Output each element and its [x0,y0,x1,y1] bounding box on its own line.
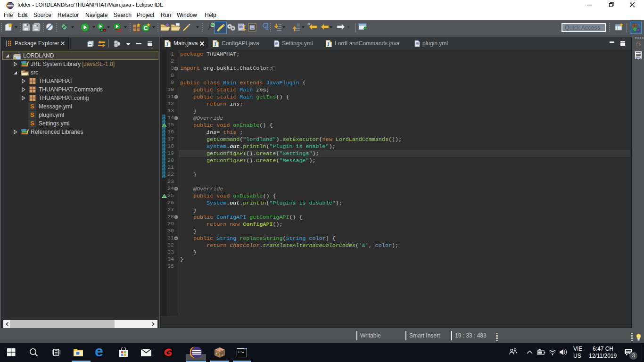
svg-text:J: J [165,41,168,48]
svg-text:C: C [144,25,148,32]
svg-text:C: C [211,24,214,27]
svg-text:J: J [214,41,216,48]
svg-text:C:\: C:\ [238,350,243,354]
svg-text:J: J [327,41,330,48]
